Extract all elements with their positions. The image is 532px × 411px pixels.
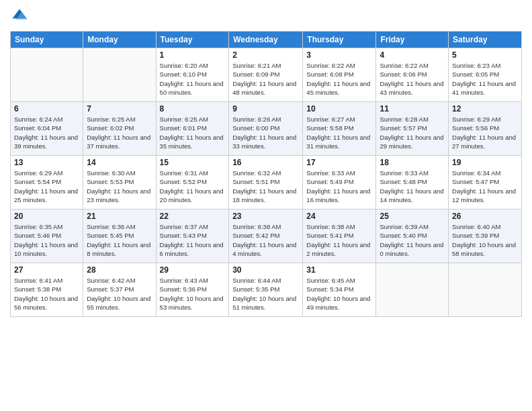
day-info: Sunrise: 6:29 AMSunset: 5:56 PMDaylight:…	[452, 115, 518, 150]
day-number: 28	[87, 265, 152, 275]
calendar-cell	[11, 48, 83, 102]
calendar-cell: 23Sunrise: 6:38 AMSunset: 5:42 PMDayligh…	[229, 210, 303, 263]
day-number: 11	[380, 104, 445, 113]
day-info: Sunrise: 6:45 AMSunset: 5:34 PMDaylight:…	[306, 276, 372, 312]
calendar-cell: 30Sunrise: 6:44 AMSunset: 5:35 PMDayligh…	[229, 263, 303, 317]
day-number: 13	[14, 158, 79, 167]
calendar-cell: 1Sunrise: 6:20 AMSunset: 6:10 PMDaylight…	[156, 48, 229, 102]
calendar-cell: 27Sunrise: 6:41 AMSunset: 5:38 PMDayligh…	[11, 263, 83, 317]
day-number: 2	[232, 50, 299, 60]
day-number: 22	[160, 212, 226, 221]
calendar-cell: 10Sunrise: 6:27 AMSunset: 5:58 PMDayligh…	[303, 102, 376, 156]
day-info: Sunrise: 6:31 AMSunset: 5:52 PMDaylight:…	[160, 169, 226, 204]
day-number: 3	[306, 50, 372, 60]
day-info: Sunrise: 6:28 AMSunset: 5:57 PMDaylight:…	[380, 115, 445, 150]
calendar-cell: 21Sunrise: 6:36 AMSunset: 5:45 PMDayligh…	[83, 210, 156, 263]
calendar-cell: 26Sunrise: 6:40 AMSunset: 5:39 PMDayligh…	[449, 210, 522, 263]
day-number: 26	[452, 212, 518, 221]
calendar-cell: 13Sunrise: 6:29 AMSunset: 5:54 PMDayligh…	[11, 156, 83, 210]
calendar-cell	[83, 48, 156, 102]
day-number: 8	[160, 104, 226, 113]
calendar-cell	[376, 263, 449, 317]
day-info: Sunrise: 6:41 AMSunset: 5:38 PMDaylight:…	[14, 276, 79, 312]
calendar-week-row: 27Sunrise: 6:41 AMSunset: 5:38 PMDayligh…	[11, 263, 522, 317]
day-number: 5	[452, 50, 518, 60]
day-number: 27	[14, 265, 79, 275]
day-of-week-header: Monday	[83, 32, 156, 48]
day-info: Sunrise: 6:33 AMSunset: 5:48 PMDaylight:…	[380, 169, 445, 204]
day-info: Sunrise: 6:30 AMSunset: 5:53 PMDaylight:…	[87, 169, 152, 204]
day-number: 21	[87, 212, 152, 221]
day-number: 10	[306, 104, 372, 113]
calendar-cell: 11Sunrise: 6:28 AMSunset: 5:57 PMDayligh…	[376, 102, 449, 156]
calendar-cell: 14Sunrise: 6:30 AMSunset: 5:53 PMDayligh…	[83, 156, 156, 210]
day-of-week-header: Wednesday	[229, 32, 303, 48]
day-number: 15	[160, 158, 226, 167]
day-info: Sunrise: 6:36 AMSunset: 5:45 PMDaylight:…	[87, 222, 152, 258]
day-number: 6	[14, 104, 79, 113]
calendar-cell: 22Sunrise: 6:37 AMSunset: 5:43 PMDayligh…	[156, 210, 229, 263]
day-info: Sunrise: 6:42 AMSunset: 5:37 PMDaylight:…	[87, 276, 152, 312]
day-info: Sunrise: 6:27 AMSunset: 5:58 PMDaylight:…	[306, 115, 372, 150]
day-info: Sunrise: 6:26 AMSunset: 6:00 PMDaylight:…	[232, 115, 299, 150]
calendar-cell: 31Sunrise: 6:45 AMSunset: 5:34 PMDayligh…	[303, 263, 376, 317]
calendar-cell: 3Sunrise: 6:22 AMSunset: 6:08 PMDaylight…	[303, 48, 376, 102]
day-info: Sunrise: 6:20 AMSunset: 6:10 PMDaylight:…	[160, 61, 226, 97]
day-number: 4	[380, 50, 445, 60]
day-of-week-header: Saturday	[449, 32, 522, 48]
day-number: 25	[380, 212, 445, 221]
day-of-week-header: Thursday	[303, 32, 376, 48]
calendar-cell: 20Sunrise: 6:35 AMSunset: 5:46 PMDayligh…	[11, 210, 83, 263]
logo-icon	[10, 7, 29, 26]
header	[10, 7, 522, 26]
calendar-cell: 17Sunrise: 6:33 AMSunset: 5:49 PMDayligh…	[303, 156, 376, 210]
day-number: 17	[306, 158, 372, 167]
page-container: SundayMondayTuesdayWednesdayThursdayFrid…	[0, 0, 532, 411]
day-number: 9	[232, 104, 299, 113]
calendar-cell: 19Sunrise: 6:34 AMSunset: 5:47 PMDayligh…	[449, 156, 522, 210]
day-info: Sunrise: 6:32 AMSunset: 5:51 PMDaylight:…	[232, 169, 299, 204]
calendar-cell: 18Sunrise: 6:33 AMSunset: 5:48 PMDayligh…	[376, 156, 449, 210]
calendar-cell: 5Sunrise: 6:23 AMSunset: 6:05 PMDaylight…	[449, 48, 522, 102]
calendar-cell: 28Sunrise: 6:42 AMSunset: 5:37 PMDayligh…	[83, 263, 156, 317]
calendar-cell: 12Sunrise: 6:29 AMSunset: 5:56 PMDayligh…	[449, 102, 522, 156]
day-number: 1	[160, 50, 226, 60]
day-number: 30	[232, 265, 299, 275]
day-info: Sunrise: 6:35 AMSunset: 5:46 PMDaylight:…	[14, 222, 79, 258]
calendar-cell: 8Sunrise: 6:25 AMSunset: 6:01 PMDaylight…	[156, 102, 229, 156]
calendar-table: SundayMondayTuesdayWednesdayThursdayFrid…	[10, 31, 522, 317]
day-of-week-header: Tuesday	[156, 32, 229, 48]
day-number: 23	[232, 212, 299, 221]
day-info: Sunrise: 6:38 AMSunset: 5:42 PMDaylight:…	[232, 222, 299, 258]
day-info: Sunrise: 6:29 AMSunset: 5:54 PMDaylight:…	[14, 169, 79, 204]
calendar-cell: 25Sunrise: 6:39 AMSunset: 5:40 PMDayligh…	[376, 210, 449, 263]
calendar-week-row: 6Sunrise: 6:24 AMSunset: 6:04 PMDaylight…	[11, 102, 522, 156]
day-number: 29	[160, 265, 226, 275]
day-info: Sunrise: 6:39 AMSunset: 5:40 PMDaylight:…	[380, 222, 445, 258]
calendar-cell: 24Sunrise: 6:38 AMSunset: 5:41 PMDayligh…	[303, 210, 376, 263]
day-number: 16	[232, 158, 299, 167]
calendar-cell: 7Sunrise: 6:25 AMSunset: 6:02 PMDaylight…	[83, 102, 156, 156]
day-info: Sunrise: 6:21 AMSunset: 6:09 PMDaylight:…	[232, 61, 299, 97]
day-info: Sunrise: 6:38 AMSunset: 5:41 PMDaylight:…	[306, 222, 372, 258]
day-info: Sunrise: 6:43 AMSunset: 5:36 PMDaylight:…	[160, 276, 226, 312]
calendar-cell: 4Sunrise: 6:22 AMSunset: 6:06 PMDaylight…	[376, 48, 449, 102]
calendar-week-row: 20Sunrise: 6:35 AMSunset: 5:46 PMDayligh…	[11, 210, 522, 263]
day-number: 12	[452, 104, 518, 113]
logo	[10, 7, 30, 26]
calendar-cell: 16Sunrise: 6:32 AMSunset: 5:51 PMDayligh…	[229, 156, 303, 210]
day-info: Sunrise: 6:24 AMSunset: 6:04 PMDaylight:…	[14, 115, 79, 150]
day-number: 14	[87, 158, 152, 167]
day-info: Sunrise: 6:22 AMSunset: 6:08 PMDaylight:…	[306, 61, 372, 97]
calendar-week-row: 1Sunrise: 6:20 AMSunset: 6:10 PMDaylight…	[11, 48, 522, 102]
day-of-week-header: Friday	[376, 32, 449, 48]
calendar-cell: 6Sunrise: 6:24 AMSunset: 6:04 PMDaylight…	[11, 102, 83, 156]
day-info: Sunrise: 6:25 AMSunset: 6:02 PMDaylight:…	[87, 115, 152, 150]
day-number: 31	[306, 265, 372, 275]
day-number: 20	[14, 212, 79, 221]
day-of-week-header: Sunday	[11, 32, 83, 48]
day-number: 19	[452, 158, 518, 167]
calendar-cell	[449, 263, 522, 317]
day-info: Sunrise: 6:22 AMSunset: 6:06 PMDaylight:…	[380, 61, 445, 97]
day-number: 7	[87, 104, 152, 113]
